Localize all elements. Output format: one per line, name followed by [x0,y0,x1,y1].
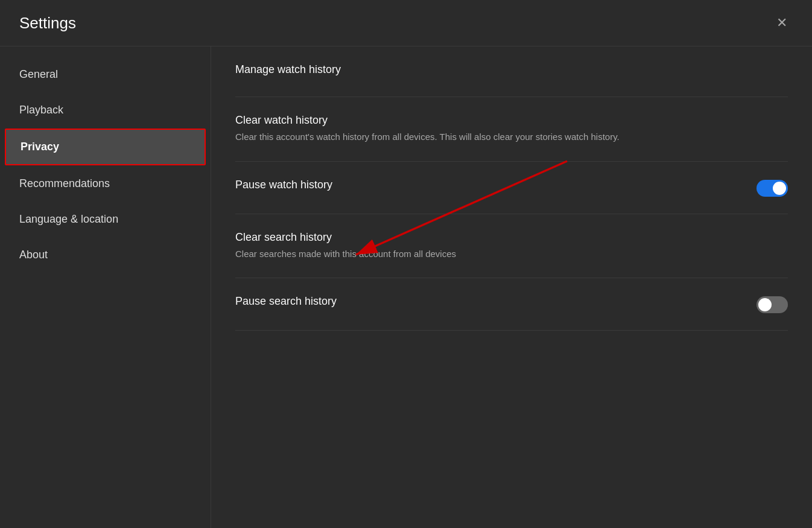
clear-watch-history-row: Clear watch history Clear this account's… [235,97,788,162]
manage-watch-history-text: Manage watch history [235,63,788,80]
sidebar-item-about[interactable]: About [5,238,206,272]
sidebar-item-general[interactable]: General [5,57,206,92]
main-content: Manage watch history Clear watch history… [211,46,812,528]
pause-watch-history-toggle-wrap [756,180,788,197]
clear-search-history-text: Clear search history Clear searches made… [235,231,788,261]
pause-search-history-text: Pause search history [235,295,742,311]
pause-watch-toggle-slider [756,180,788,197]
pause-watch-history-text: Pause watch history [235,179,742,195]
settings-dialog: Settings ✕ General Playback Privacy Reco… [0,0,812,528]
sidebar-item-playback[interactable]: Playback [5,93,206,127]
manage-watch-history-row: Manage watch history [235,46,788,97]
pause-watch-history-toggle[interactable] [756,180,788,197]
pause-search-history-toggle-wrap [756,296,788,313]
clear-search-history-row: Clear search history Clear searches made… [235,214,788,279]
pause-watch-history-title: Pause watch history [235,179,742,191]
clear-watch-history-desc: Clear this account's watch history from … [235,130,688,144]
pause-search-history-row: Pause search history [235,278,788,331]
sidebar-item-language-location[interactable]: Language & location [5,202,206,237]
sidebar-item-recommendations[interactable]: Recommendations [5,167,206,201]
pause-search-toggle-slider [756,296,788,313]
clear-search-history-desc: Clear searches made with this account fr… [235,247,688,261]
settings-header: Settings ✕ [0,0,812,46]
clear-watch-history-title[interactable]: Clear watch history [235,114,788,127]
pause-search-history-title: Pause search history [235,295,742,308]
settings-title: Settings [19,14,76,33]
pause-watch-history-row: Pause watch history [235,162,788,214]
settings-body: General Playback Privacy Recommendations… [0,46,812,528]
sidebar-item-privacy[interactable]: Privacy [5,129,206,165]
close-button[interactable]: ✕ [771,12,793,34]
sidebar: General Playback Privacy Recommendations… [0,46,211,528]
clear-watch-history-text: Clear watch history Clear this account's… [235,114,788,144]
clear-search-history-title[interactable]: Clear search history [235,231,788,244]
pause-search-history-toggle[interactable] [756,296,788,313]
manage-watch-history-title[interactable]: Manage watch history [235,63,788,76]
